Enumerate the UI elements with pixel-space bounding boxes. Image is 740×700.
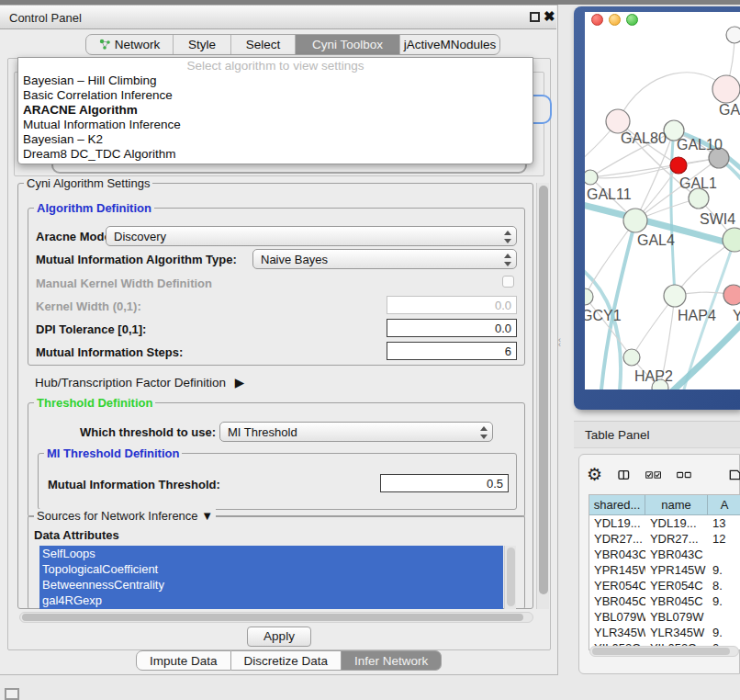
cell-value[interactable]: 13 [708,515,740,531]
cell-value[interactable] [708,547,740,562]
node-red-selected[interactable] [670,157,687,174]
dpi-tolerance-field[interactable]: 0.0 [387,319,517,337]
node-unlabeled[interactable] [726,27,740,43]
dropdown-item-selected[interactable]: ARACNE Algorithm [18,103,533,118]
node-gcy1[interactable] [585,288,593,305]
attribute-item[interactable]: gal4RGexp [39,593,503,608]
scrollbar-thumb[interactable] [22,614,523,621]
tab-cyni-toolbox[interactable]: Cyni Toolbox [296,35,400,54]
table-row[interactable]: YPR145W YPR145W 9. [589,562,740,578]
minimized-panel-grip[interactable] [5,688,19,700]
panel-splitter-handle[interactable]: ‹‹ [558,338,567,351]
cell-shared-name[interactable]: YPR145W [589,562,645,578]
settings-vertical-scrollbar[interactable] [536,183,549,609]
tab-impute-data[interactable]: Impute Data [136,650,231,671]
cell-shared-name[interactable]: YDR27... [589,531,645,547]
node-gal11[interactable] [585,170,598,185]
tab-jactivemnodules[interactable]: jActiveMNodules [400,35,499,54]
table-horizontal-scrollbar[interactable] [589,646,739,657]
table-row[interactable]: YBR045C YBR045C 9. [589,593,740,609]
control-panel-titlebar: Control Panel ✖ [0,6,556,29]
cell-value[interactable]: 12 [708,531,740,547]
hub-definition-toggle[interactable]: Hub/Transcription Factor Definition ▶ [35,375,244,390]
hide-columns-icon[interactable] [677,470,691,480]
cell-name[interactable]: YPR145W [645,562,708,578]
attribute-item[interactable]: TopologicalCoefficient [39,561,503,577]
node-hap2[interactable] [623,349,640,366]
table-row[interactable]: YDR27... YDR27... 12 [589,531,740,547]
column-header-shared-name[interactable]: shared... [589,495,645,514]
mi-threshold-field[interactable]: 0.5 [380,474,509,492]
table-row[interactable]: YLR345W YLR345W 9. [589,625,740,640]
tab-network[interactable]: Network [86,35,174,54]
network-canvas-area[interactable]: GAL GAL80 GAL10 GAL1 GAL11 SWI4 GAL4 GCY… [585,12,740,390]
cell-shared-name[interactable]: YLR345W [589,625,645,640]
node-swi4[interactable] [723,228,740,252]
cell-value[interactable]: 8. [708,578,740,593]
cell-name[interactable]: YLR345W [645,625,708,640]
sources-title-toggle[interactable]: Sources for Network Inference ▼ [34,509,216,523]
mi-type-select[interactable]: Naive Bayes [252,249,517,269]
aracne-mode-select[interactable]: Discovery [106,226,517,246]
cell-shared-name[interactable]: YER054C [589,578,645,593]
split-columns-icon[interactable] [618,468,630,482]
show-checked-columns-icon[interactable] [645,469,661,480]
cell-value[interactable]: 9. [708,562,740,578]
cell-value[interactable]: 9. [708,625,740,640]
table-row[interactable]: YER054C YER054C 8. [589,578,740,593]
table-row[interactable]: YBL079W YBL079W [589,609,740,625]
cell-value[interactable]: 9. [708,593,740,609]
cyni-algorithm-settings-group: Cyni Algorithm Settings Algorithm Defini… [17,183,533,609]
table-row[interactable]: YDL19... YDL19... 13 [589,515,740,531]
node-label: GAL11 [587,186,632,202]
node-gal1[interactable] [689,188,709,209]
node-label: HAP4 [678,308,716,323]
cell-name[interactable]: YBL079W [645,609,708,625]
attribute-item[interactable]: SelfLoops [39,546,503,561]
float-window-icon[interactable] [530,12,540,22]
tab-infer-network[interactable]: Infer Network [342,650,442,671]
apply-button[interactable]: Apply [247,627,311,647]
attribute-item[interactable]: BetweennessCentrality [39,577,503,593]
column-header-name[interactable]: name [645,495,708,514]
node-pink[interactable] [723,285,740,305]
which-threshold-select[interactable]: MI Threshold [219,422,493,442]
dropdown-item[interactable]: Bayesian – Hill Climbing [18,73,533,88]
manual-kernel-label: Manual Kernel Width Definition [36,277,212,290]
scrollbar-thumb[interactable] [539,186,548,594]
cell-shared-name[interactable]: YBR045C [589,593,645,609]
cell-name[interactable]: YER054C [645,578,708,593]
network-graph[interactable]: GAL GAL80 GAL10 GAL1 GAL11 SWI4 GAL4 GCY… [585,12,740,390]
close-icon[interactable]: ✖ [544,8,555,25]
cell-value[interactable] [708,609,740,625]
dropdown-item[interactable]: Mutual Information Inference [18,118,533,132]
dropdown-item[interactable]: Basic Correlation Inference [18,88,533,103]
node-gal4[interactable] [623,209,647,232]
node-hap4[interactable] [664,285,686,307]
table-function-icon[interactable] [729,467,740,483]
tab-select[interactable]: Select [231,35,296,54]
dropdown-item[interactable]: Bayesian – K2 [18,132,533,147]
cell-shared-name[interactable]: YBR043C [589,547,645,562]
cell-name[interactable]: YBR045C [645,593,708,609]
scrollbar-thumb[interactable] [507,548,515,606]
expand-right-arrow-icon: ▶ [235,376,244,390]
cell-name[interactable]: YDR27... [645,531,708,547]
settings-horizontal-scrollbar[interactable] [19,612,533,623]
cell-shared-name[interactable]: YDL19... [589,515,645,531]
cell-name[interactable]: YDL19... [645,515,708,531]
tab-discretize-data[interactable]: Discretize Data [231,650,342,671]
tab-style[interactable]: Style [174,35,231,54]
gear-icon[interactable]: ⚙ [587,465,602,485]
scrollbar-thumb[interactable] [592,648,730,655]
algorithm-definition-title: Algorithm Definition [34,201,154,215]
table-row[interactable]: YBR043C YBR043C [589,547,740,562]
cell-shared-name[interactable]: YBL079W [589,609,645,625]
table-panel-titlebar: Table Panel [574,421,740,448]
cell-name[interactable]: YBR043C [645,547,708,562]
attributes-vertical-scrollbar[interactable] [504,546,516,609]
dropdown-item[interactable]: Dream8 DC_TDC Algorithm [18,147,533,162]
column-header-partial[interactable]: A [708,495,740,514]
mi-steps-field[interactable]: 6 [387,342,517,360]
node-gal-partial[interactable] [712,75,740,103]
